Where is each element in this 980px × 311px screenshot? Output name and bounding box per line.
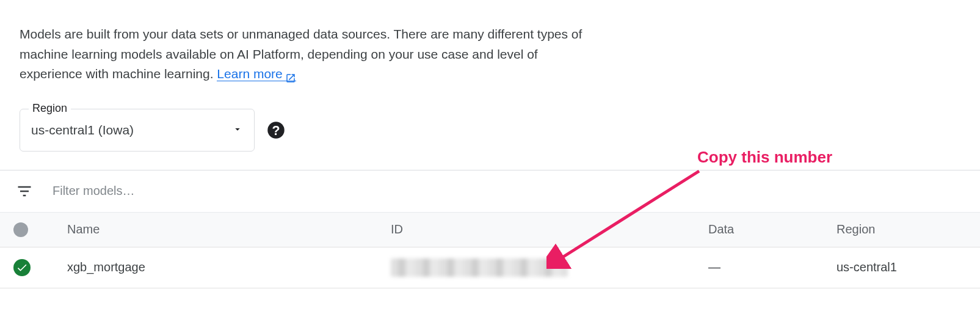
header-dot-icon <box>13 222 28 237</box>
region-label: Region <box>29 102 71 115</box>
header-data[interactable]: Data <box>708 222 837 236</box>
header-region[interactable]: Region <box>837 222 968 236</box>
external-link-icon <box>285 70 296 81</box>
row-region: us-central1 <box>837 260 968 274</box>
table-row[interactable]: xgb_mortgage — us-central1 <box>0 247 980 288</box>
header-select-all <box>12 222 67 237</box>
region-select[interactable]: Region us-central1 (Iowa) <box>20 109 255 152</box>
filter-icon[interactable] <box>16 183 33 200</box>
annotation-label: Copy this number <box>697 148 832 167</box>
svg-line-3 <box>559 171 699 260</box>
row-status <box>12 259 67 276</box>
annotation-arrow-icon <box>546 165 705 269</box>
filter-bar <box>0 170 980 213</box>
region-value: us-central1 (Iowa) <box>31 123 134 137</box>
learn-more-link[interactable]: Learn more <box>217 67 296 81</box>
check-icon <box>13 259 31 276</box>
description-text: Models are built from your data sets or … <box>0 0 611 97</box>
help-icon[interactable]: ? <box>267 121 285 139</box>
filter-input[interactable] <box>53 184 964 198</box>
row-data: — <box>708 260 837 274</box>
svg-text:?: ? <box>272 123 280 137</box>
header-name[interactable]: Name <box>67 222 391 236</box>
redacted-id <box>391 258 568 277</box>
chevron-down-icon <box>232 123 243 136</box>
table-header: Name ID Data Region <box>0 213 980 247</box>
row-name[interactable]: xgb_mortgage <box>67 260 391 274</box>
description-body: Models are built from your data sets or … <box>20 27 582 81</box>
